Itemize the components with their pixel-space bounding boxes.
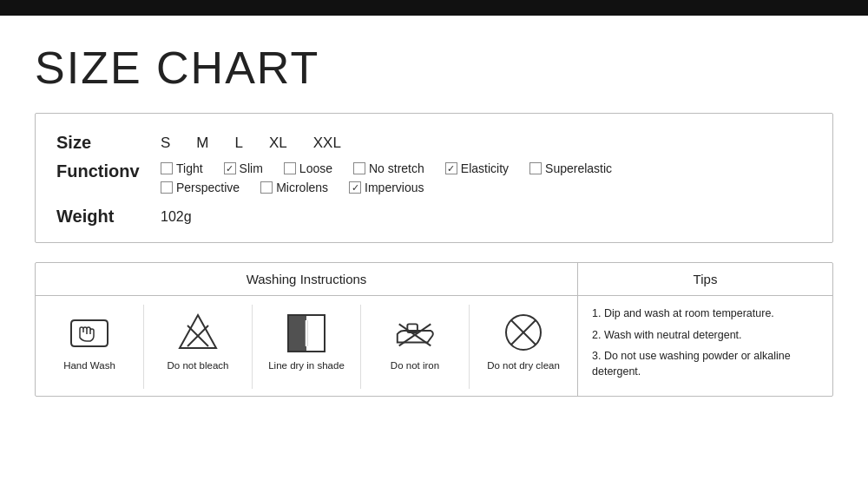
cb-impervious: Impervious [349,181,424,194]
size-l: L [235,135,243,152]
cb-impervious-label: Impervious [365,181,424,194]
cb-tight-box [161,162,173,174]
washing-section: Washing Instructions Tips Hand Wash [35,262,833,397]
icons-area: Hand Wash Do not bleach [36,296,578,396]
cb-tight: Tight [161,161,203,175]
tip-3: 3. Do not use washing powder or alkaline… [592,349,819,379]
top-bar [0,0,868,16]
cb-perspective: Perspective [161,181,240,194]
function-row: Functionv Tight Slim Loose [56,161,812,200]
cb-loose-box [284,162,296,174]
svg-marker-0 [180,315,216,348]
no-dry-clean-label: Do not dry clean [487,360,560,371]
icon-no-iron: Do not iron [361,305,470,389]
tip-2: 2. Wash with neutral detergent. [592,328,819,344]
no-bleach-label: Do not bleach [168,360,229,371]
line-dry-shade-label: Line dry in shade [268,360,345,371]
size-s: S [161,135,170,152]
cb-perspective-label: Perspective [176,181,240,194]
size-xxl: XXL [313,135,341,152]
size-chart-box: Size S M L XL XXL Functionv Tight [35,113,833,243]
no-iron-icon [392,310,437,355]
weight-value: 102g [161,209,192,225]
washing-header-row: Washing Instructions Tips [36,263,832,296]
cb-elasticity-box [445,162,457,174]
washing-body: Hand Wash Do not bleach [36,296,832,396]
cb-superelastic-box [529,162,542,174]
tips-area: 1. Dip and wash at room temperature. 2. … [578,296,832,396]
icon-line-dry-shade: Line dry in shade [253,305,361,389]
size-row: Size S M L XL XXL [56,133,812,153]
no-dry-clean-icon [501,310,546,355]
cb-no-stretch-label: No stretch [369,161,424,175]
cb-no-stretch-box [353,162,365,174]
line-dry-shade-icon [284,310,329,355]
page-content: SIZE CHART Size S M L XL XXL Functionv T… [0,16,868,414]
icon-hand-wash: Hand Wash [36,305,144,389]
cb-elasticity-label: Elasticity [461,161,509,175]
icon-no-dry-clean: Do not dry clean [470,305,577,389]
weight-row: Weight 102g [56,207,812,227]
hand-wash-label: Hand Wash [63,360,115,371]
function-line-1: Tight Slim Loose No stretch [161,161,812,175]
cb-microlens-label: Microlens [276,181,328,194]
size-m: M [196,135,208,152]
size-label: Size [56,133,161,153]
cb-elasticity: Elasticity [445,161,509,175]
cb-slim-label: Slim [240,161,263,175]
cb-superelastic-label: Superelastic [545,161,612,175]
icon-no-bleach: Do not bleach [144,305,253,389]
cb-slim-box [224,162,236,174]
cb-slim: Slim [224,161,263,175]
cb-loose-label: Loose [299,161,332,175]
no-bleach-icon [175,310,220,355]
function-label: Functionv [56,161,161,181]
size-xl: XL [269,135,287,152]
svg-rect-5 [288,315,306,352]
cb-perspective-box [161,181,173,194]
cb-superelastic: Superelastic [529,161,612,175]
cb-loose: Loose [284,161,332,175]
cb-tight-label: Tight [176,161,203,175]
cb-impervious-box [349,181,361,194]
cb-no-stretch: No stretch [353,161,424,175]
cb-microlens-box [260,181,273,194]
no-iron-label: Do not iron [391,360,439,371]
function-options: Tight Slim Loose No stretch [161,161,812,200]
tip-1: 1. Dip and wash at room temperature. [592,306,819,322]
page-title: SIZE CHART [35,42,833,94]
washing-section-title: Washing Instructions [36,263,578,295]
function-line-2: Perspective Microlens Impervious [161,181,812,194]
cb-microlens: Microlens [260,181,328,194]
weight-label: Weight [56,207,161,227]
tips-list: 1. Dip and wash at room temperature. 2. … [592,306,819,379]
tips-section-title: Tips [578,263,832,295]
hand-wash-icon [67,310,112,355]
size-values: S M L XL XXL [161,135,341,152]
